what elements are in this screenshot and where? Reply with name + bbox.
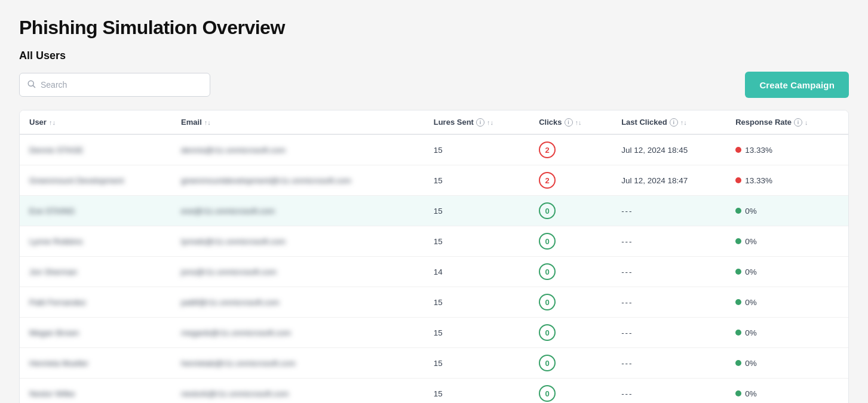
col-user: User ↑↓	[20, 110, 171, 134]
info-icon-response-rate[interactable]: i	[794, 118, 802, 127]
response-rate-cell: 0%	[726, 318, 848, 348]
user-name: Greenmount Development	[29, 176, 124, 185]
sort-icon-user[interactable]: ↑↓	[49, 119, 56, 126]
email-cell: greenmountdevelopment@r1c.onmicrosoft.co…	[171, 165, 424, 196]
response-rate-cell: 0%	[726, 257, 848, 287]
info-icon-lures[interactable]: i	[476, 118, 484, 127]
response-rate-cell: 13.33%	[726, 165, 848, 196]
status-dot	[735, 390, 741, 396]
user-cell: Jon Sherman	[20, 257, 171, 287]
user-cell: Patti Fernandez	[20, 287, 171, 318]
sort-icon-lures[interactable]: ↑↓	[487, 119, 493, 126]
response-rate-value: 0%	[745, 389, 757, 398]
clicks-badge: 2	[539, 172, 556, 189]
user-email: lynneb@r1c.onmicrosoft.com	[181, 237, 286, 246]
status-dot	[735, 330, 741, 336]
clicks-cell: 0	[529, 318, 612, 348]
response-rate-value: 0%	[745, 237, 757, 246]
table-row: Nestor Wilkenestorb@r1c.onmicrosoft.com1…	[20, 379, 848, 404]
sort-icon-response-rate[interactable]: ↓	[805, 119, 808, 126]
sort-icon-clicks[interactable]: ↑↓	[575, 119, 582, 126]
lures-sent-cell: 15	[424, 196, 529, 226]
response-rate-cell: 0%	[726, 379, 848, 404]
col-response-rate: Response Rate i ↓	[726, 110, 848, 134]
response-rate-cell: 0%	[726, 226, 848, 257]
lures-sent-cell: 15	[424, 287, 529, 318]
response-rate-value: 0%	[745, 207, 757, 216]
last-clicked-cell: ---	[612, 318, 726, 348]
email-cell: pattif@r1c.onmicrosoft.com	[171, 287, 424, 318]
clicks-badge: 0	[539, 355, 556, 371]
search-box[interactable]	[19, 73, 210, 97]
user-email: pattif@r1c.onmicrosoft.com	[181, 298, 280, 307]
user-name: Eve STAING	[29, 207, 75, 216]
clicks-cell: 0	[529, 226, 612, 257]
page-title: Phishing Simulation Overview	[19, 17, 849, 39]
email-cell: eve@r1c.onmicrosoft.com	[171, 196, 424, 226]
lures-sent-cell: 14	[424, 257, 529, 287]
email-cell: meganb@r1c.onmicrosoft.com	[171, 318, 424, 348]
user-email: eve@r1c.onmicrosoft.com	[181, 207, 275, 216]
user-name: Henrieta Mueller	[29, 359, 88, 368]
col-email: Email ↑↓	[171, 110, 424, 134]
col-clicks: Clicks i ↑↓	[529, 110, 612, 134]
sort-icon-last-clicked[interactable]: ↑↓	[680, 119, 687, 126]
sort-icon-email[interactable]: ↑↓	[204, 119, 211, 126]
user-cell: Lynne Robbins	[20, 226, 171, 257]
search-input[interactable]	[41, 80, 203, 90]
email-cell: nestorb@r1c.onmicrosoft.com	[171, 379, 424, 404]
status-dot	[735, 360, 741, 366]
table-row: Eve STAINGeve@r1c.onmicrosoft.com150---0…	[20, 196, 848, 226]
table-header: User ↑↓ Email ↑↓ Lures Sent i	[20, 110, 848, 134]
lures-sent-cell: 15	[424, 348, 529, 379]
response-rate-value: 0%	[745, 328, 757, 337]
lures-sent-cell: 15	[424, 379, 529, 404]
info-icon-last-clicked[interactable]: i	[670, 118, 678, 127]
last-clicked-cell: ---	[612, 257, 726, 287]
last-clicked-cell: ---	[612, 226, 726, 257]
status-dot	[735, 147, 741, 153]
user-email: greenmountdevelopment@r1c.onmicrosoft.co…	[181, 176, 351, 185]
email-cell: dennis@r1c.onmicrosoft.com	[171, 134, 424, 165]
status-dot	[735, 177, 741, 183]
user-name: Dennis STAGE	[29, 146, 84, 155]
status-dot	[735, 299, 741, 305]
user-name: Patti Fernandez	[29, 298, 86, 307]
clicks-cell: 2	[529, 165, 612, 196]
user-name: Lynne Robbins	[29, 237, 83, 246]
table-row: Lynne Robbinslynneb@r1c.onmicrosoft.com1…	[20, 226, 848, 257]
status-dot	[735, 208, 741, 214]
last-clicked-cell: ---	[612, 348, 726, 379]
clicks-cell: 0	[529, 379, 612, 404]
col-lures-sent: Lures Sent i ↑↓	[424, 110, 529, 134]
response-rate-cell: 0%	[726, 287, 848, 318]
table-row: Patti Fernandezpattif@r1c.onmicrosoft.co…	[20, 287, 848, 318]
user-email: jons@r1c.onmicrosoft.com	[181, 267, 277, 276]
user-cell: Nestor Wilke	[20, 379, 171, 404]
user-email: meganb@r1c.onmicrosoft.com	[181, 328, 291, 337]
user-email: nestorb@r1c.onmicrosoft.com	[181, 389, 289, 398]
user-email: dennis@r1c.onmicrosoft.com	[181, 146, 286, 155]
table-row: Megan Brownmeganb@r1c.onmicrosoft.com150…	[20, 318, 848, 348]
email-cell: jons@r1c.onmicrosoft.com	[171, 257, 424, 287]
table-row: Greenmount Developmentgreenmountdevelopm…	[20, 165, 848, 196]
user-cell: Henrieta Mueller	[20, 348, 171, 379]
email-cell: lynneb@r1c.onmicrosoft.com	[171, 226, 424, 257]
clicks-badge: 0	[539, 385, 556, 402]
section-title: All Users	[19, 50, 849, 62]
col-last-clicked: Last Clicked i ↑↓	[612, 110, 726, 134]
response-rate-value: 0%	[745, 267, 757, 276]
last-clicked-cell: ---	[612, 379, 726, 404]
lures-sent-cell: 15	[424, 226, 529, 257]
clicks-cell: 2	[529, 134, 612, 165]
create-campaign-button[interactable]: Create Campaign	[745, 72, 849, 98]
user-cell: Dennis STAGE	[20, 134, 171, 165]
user-cell: Megan Brown	[20, 318, 171, 348]
table-body: Dennis STAGEdennis@r1c.onmicrosoft.com15…	[20, 134, 848, 403]
user-cell: Eve STAING	[20, 196, 171, 226]
user-email: henrietab@r1c.onmicrosoft.com	[181, 359, 296, 368]
info-icon-clicks[interactable]: i	[565, 118, 573, 127]
user-name: Jon Sherman	[29, 267, 77, 276]
clicks-cell: 0	[529, 348, 612, 379]
svg-line-1	[33, 85, 35, 87]
